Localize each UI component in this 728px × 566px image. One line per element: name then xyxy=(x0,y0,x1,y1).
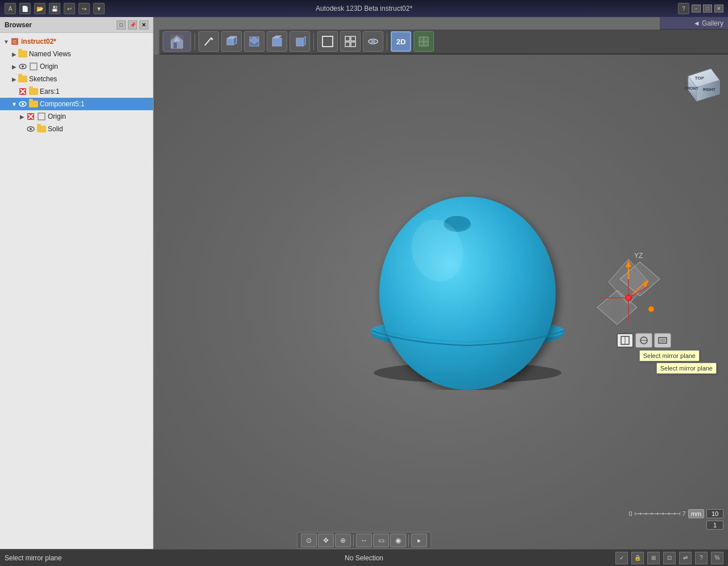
orbit-button[interactable] xyxy=(363,31,383,52)
tree-item-named-views[interactable]: Named Views xyxy=(0,48,153,60)
gizmo-container: YZ xyxy=(586,248,671,339)
tree-arrow-ears1 xyxy=(10,88,18,95)
eye-icon-solid xyxy=(26,124,35,134)
tree-arrow-instruct02[interactable] xyxy=(2,38,10,45)
ruler-position-row: 1 xyxy=(706,521,723,530)
status-snap-btn[interactable]: ⊡ xyxy=(663,552,676,564)
eye-icon-origin1 xyxy=(18,62,27,71)
svg-text:RIGHT: RIGHT xyxy=(703,88,716,91)
tree-arrow-origin1[interactable] xyxy=(10,63,18,70)
tree-arrow-sketches[interactable] xyxy=(10,75,18,83)
new-button[interactable]: 📄 xyxy=(19,3,31,14)
status-check-btn[interactable]: ✓ xyxy=(615,552,628,564)
redo-button[interactable]: ↪ xyxy=(78,3,90,14)
svg-point-28 xyxy=(22,65,24,68)
help-button[interactable]: ? xyxy=(678,3,689,14)
svg-marker-14 xyxy=(303,36,305,46)
ears1-label: Ears:1 xyxy=(40,88,60,95)
front-view-button[interactable] xyxy=(267,31,287,52)
eye-icon-component5 xyxy=(18,99,27,109)
status-mirror-btn[interactable]: ⇌ xyxy=(679,552,692,564)
ruler-start-label: 0 xyxy=(628,510,632,517)
right-view-button[interactable] xyxy=(289,31,310,52)
status-bar: Select mirror plane No Selection ✓ 🔒 ⊞ ⊡… xyxy=(0,549,728,566)
undo-button[interactable]: ↩ xyxy=(64,3,75,14)
tree-item-ears1[interactable]: Ears:1 xyxy=(0,85,153,98)
vp-sep-2 xyxy=(408,535,409,546)
folder-icon-sketches xyxy=(18,74,27,84)
gallery-bar[interactable]: ◄ Gallery xyxy=(660,17,728,30)
appearance-btn[interactable]: ◉ xyxy=(390,534,406,547)
zoom-mode-btn[interactable]: ⊕ xyxy=(335,534,351,547)
action-btn-2[interactable] xyxy=(635,333,652,348)
action-btn-1[interactable] xyxy=(617,333,634,348)
svg-rect-29 xyxy=(30,63,37,70)
status-help-btn[interactable]: ? xyxy=(695,552,708,564)
status-lock-btn[interactable]: 🔒 xyxy=(631,552,644,564)
tree-arrow-named-views[interactable] xyxy=(10,50,18,58)
close-button[interactable]: ✕ xyxy=(714,5,723,13)
display-mode-button[interactable] xyxy=(413,31,434,52)
more-btn[interactable]: ▸ xyxy=(411,534,427,547)
component-icon-instruct02: C xyxy=(10,37,19,46)
home-view-button[interactable] xyxy=(163,31,191,52)
frame-btn[interactable]: ▭ xyxy=(373,534,389,547)
open-button[interactable]: 📂 xyxy=(34,3,46,14)
svg-point-34 xyxy=(22,103,24,105)
browser-panel: Browser □ 📌 ✕ C instruct02* Named Views xyxy=(0,17,154,549)
folder-icon-ears1 xyxy=(29,87,38,96)
title-bar-left: A 📄 📂 💾 ↩ ↪ ▼ xyxy=(5,3,105,14)
viewport-controls-toolbar: ⊙ ✥ ⊕ ↔ ▭ ◉ ▸ xyxy=(297,532,431,549)
2d-toggle-button[interactable]: 2D xyxy=(391,31,411,52)
browser-title-bar: Browser □ 📌 ✕ xyxy=(0,17,153,33)
browser-pin-button[interactable]: 📌 xyxy=(128,20,137,30)
ruler-unit-label: mm xyxy=(688,509,704,518)
svg-rect-16 xyxy=(345,36,350,41)
tree-arrow-origin2[interactable] xyxy=(18,113,26,120)
action-buttons xyxy=(617,333,671,348)
app-menu-button[interactable]: A xyxy=(5,3,16,14)
folder-icon-named-views xyxy=(18,49,27,59)
restore-button[interactable]: □ xyxy=(703,5,712,13)
dropdown-button[interactable]: ▼ xyxy=(93,3,105,14)
box-view-button[interactable] xyxy=(221,31,242,52)
fit-btn[interactable]: ↔ xyxy=(356,534,372,547)
solid-label: Solid xyxy=(48,125,63,133)
browser-close-button[interactable]: ✕ xyxy=(139,20,148,30)
svg-rect-19 xyxy=(351,42,355,47)
tree-item-instruct02[interactable]: C instruct02* xyxy=(0,35,153,48)
action-btn-3[interactable] xyxy=(654,333,671,348)
view-cube[interactable]: TOP FRONT RIGHT xyxy=(677,60,722,106)
top-view-button[interactable] xyxy=(244,31,264,52)
orbit-mode-btn[interactable]: ⊙ xyxy=(301,534,317,547)
status-grid-btn[interactable]: ⊞ xyxy=(647,552,660,564)
svg-rect-17 xyxy=(351,36,355,41)
browser-expand-button[interactable]: □ xyxy=(117,20,126,30)
origin-box-icon2 xyxy=(37,112,46,121)
quad-view-button[interactable] xyxy=(340,31,361,52)
single-view-button[interactable] xyxy=(317,31,338,52)
instruct02-label: instruct02* xyxy=(21,38,56,45)
tree-item-sketches[interactable]: Sketches xyxy=(0,73,153,85)
component5-label: Component5:1 xyxy=(40,100,85,108)
minimize-button[interactable]: − xyxy=(692,5,701,13)
cut-icon-ears1 xyxy=(18,87,27,96)
pan-mode-btn[interactable]: ✥ xyxy=(318,534,334,547)
save-button[interactable]: 💾 xyxy=(49,3,60,14)
gallery-label: ◄ Gallery xyxy=(693,19,723,27)
toolbar: 2D xyxy=(159,30,728,55)
tree-arrow-component5[interactable] xyxy=(10,100,18,108)
viewport[interactable]: TOP FRONT RIGHT YZ xyxy=(154,55,728,549)
folder-icon-component5 xyxy=(29,99,38,109)
tree-item-origin2[interactable]: Origin xyxy=(0,110,153,123)
tree-item-solid[interactable]: Solid xyxy=(0,123,153,135)
status-right-controls: ✓ 🔒 ⊞ ⊡ ⇌ ? % xyxy=(615,552,723,564)
origin1-label: Origin xyxy=(40,63,58,70)
svg-text:TOP: TOP xyxy=(695,76,705,81)
status-percent-btn[interactable]: % xyxy=(711,552,723,564)
pencil-tool-button[interactable] xyxy=(198,31,219,52)
tree-item-component5[interactable]: Component5:1 xyxy=(0,98,153,110)
sketches-label: Sketches xyxy=(29,75,57,83)
status-message: Select mirror plane xyxy=(5,554,62,562)
tree-item-origin1[interactable]: Origin xyxy=(0,60,153,73)
